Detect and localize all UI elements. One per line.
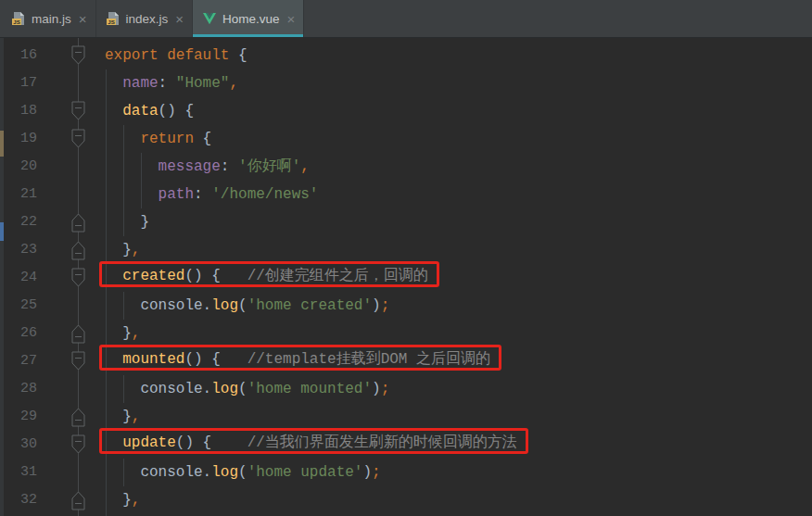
fold-down-icon[interactable] xyxy=(70,128,86,150)
code-segment xyxy=(105,75,122,92)
tab-home-vue[interactable]: Home.vue× xyxy=(193,0,304,37)
red-annotation-box: created() { //创建完组件之后，回调的 xyxy=(99,261,439,287)
line-number: 24 xyxy=(0,264,37,292)
code-text: message: '你好啊', xyxy=(105,158,310,175)
code-segment: , xyxy=(132,325,141,342)
code-segment: return xyxy=(140,131,194,147)
code-line-18[interactable]: 18 data() { xyxy=(0,97,812,125)
code-segment: () { xyxy=(184,351,247,368)
code-text: export default { xyxy=(105,47,247,64)
code-line-30[interactable]: 30 update() { //当我们界面发生刷新的时候回调的方法 xyxy=(0,431,812,459)
code-line-20[interactable]: 20 message: '你好啊', xyxy=(0,153,812,181)
code-line-23[interactable]: 23 }, xyxy=(0,236,812,264)
code-text: console.log('home update'); xyxy=(105,464,381,481)
code-segment xyxy=(105,351,122,368)
code-segment: 'home mounted' xyxy=(247,381,372,397)
code-segment: ( xyxy=(238,381,247,397)
code-line-19[interactable]: 19 return { xyxy=(0,125,812,153)
code-text: update() { //当我们界面发生刷新的时候回调的方法 xyxy=(105,436,528,453)
code-segment: ) xyxy=(372,381,381,397)
code-segment: } xyxy=(105,214,149,231)
code-segment: message xyxy=(159,158,221,175)
code-segment: console. xyxy=(105,381,211,397)
line-number: 26 xyxy=(0,320,37,347)
fold-down-icon[interactable] xyxy=(70,267,86,289)
fold-up-icon[interactable] xyxy=(70,239,86,261)
code-line-25[interactable]: 25 console.log('home created'); xyxy=(0,292,812,320)
fold-down-icon[interactable] xyxy=(70,44,86,67)
tab-close-icon[interactable]: × xyxy=(287,12,296,26)
line-number: 29 xyxy=(0,403,37,431)
code-segment: () { xyxy=(184,268,247,284)
code-text: } xyxy=(105,214,149,231)
code-line-26[interactable]: 26 }, xyxy=(0,320,812,347)
code-line-27[interactable]: 27 mounted() { //template挂载到DOM 之后回调的 xyxy=(0,347,812,375)
svg-text:JS: JS xyxy=(13,19,20,25)
code-segment: ( xyxy=(238,297,247,314)
code-line-17[interactable]: 17 name: "Home", xyxy=(0,69,812,97)
line-number: 25 xyxy=(0,292,37,320)
code-text: }, xyxy=(105,409,140,425)
code-segment: ; xyxy=(381,297,390,314)
code-segment: 'home created' xyxy=(247,297,372,314)
code-segment xyxy=(105,131,140,147)
tab-label: Home.vue xyxy=(222,12,280,26)
tab-main-js[interactable]: JSmain.js× xyxy=(2,0,96,37)
code-segment: //template挂载到DOM 之后回调的 xyxy=(247,351,490,368)
code-segment: 'home update' xyxy=(247,464,363,481)
fold-down-icon[interactable] xyxy=(70,434,86,456)
code-segment: name xyxy=(122,75,158,92)
code-segment: , xyxy=(132,409,141,425)
tab-index-js[interactable]: JSindex.js× xyxy=(96,0,194,37)
line-number: 23 xyxy=(0,236,37,264)
tab-close-icon[interactable]: × xyxy=(175,12,184,26)
fold-up-icon[interactable] xyxy=(70,211,86,233)
code-text: console.log('home created'); xyxy=(105,297,389,314)
code-segment: ; xyxy=(381,381,390,397)
code-segment: created xyxy=(122,268,184,284)
code-segment: { xyxy=(238,47,247,64)
code-segment: , xyxy=(300,158,310,175)
fold-up-icon[interactable] xyxy=(70,489,86,511)
code-segment: ( xyxy=(238,464,247,481)
code-segment: mounted xyxy=(122,351,184,368)
fold-down-icon[interactable] xyxy=(70,350,86,372)
code-segment: console. xyxy=(105,297,211,314)
code-text: name: "Home", xyxy=(105,75,238,92)
code-line-31[interactable]: 31 console.log('home update'); xyxy=(0,459,812,486)
code-text: created() { //创建完组件之后，回调的 xyxy=(105,270,439,286)
line-number: 16 xyxy=(0,42,37,69)
red-annotation-box: mounted() { //template挂载到DOM 之后回调的 xyxy=(99,345,501,371)
tab-close-icon[interactable]: × xyxy=(79,12,87,26)
tab-label: index.js xyxy=(126,12,169,26)
code-segment: : xyxy=(159,75,176,92)
code-text: mounted() { //template挂载到DOM 之后回调的 xyxy=(105,353,501,370)
code-text: data() { xyxy=(105,103,194,120)
code-line-24[interactable]: 24 created() { //创建完组件之后，回调的 xyxy=(0,264,812,292)
code-segment: //创建完组件之后，回调的 xyxy=(247,268,428,284)
fold-up-icon[interactable] xyxy=(70,322,86,345)
code-text: console.log('home mounted'); xyxy=(105,381,389,397)
code-segment xyxy=(105,103,122,120)
code-segment: , xyxy=(229,75,238,92)
fold-up-icon[interactable] xyxy=(70,406,86,428)
code-segment: '你好啊' xyxy=(238,158,300,175)
code-segment xyxy=(105,186,159,203)
code-line-21[interactable]: 21 path: '/home/news' xyxy=(0,181,812,208)
code-segment xyxy=(105,268,122,284)
code-segment: update xyxy=(122,434,176,451)
svg-text:JS: JS xyxy=(108,19,115,25)
code-segment: } xyxy=(105,325,132,342)
line-number: 28 xyxy=(0,375,37,403)
code-text: }, xyxy=(105,242,140,258)
fold-down-icon[interactable] xyxy=(70,100,86,122)
code-line-29[interactable]: 29 }, xyxy=(0,403,812,431)
line-number: 21 xyxy=(0,181,37,208)
line-number: 22 xyxy=(0,208,37,236)
line-number: 18 xyxy=(0,97,37,125)
code-line-28[interactable]: 28 console.log('home mounted'); xyxy=(0,375,812,403)
code-line-22[interactable]: 22 } xyxy=(0,208,812,236)
code-editor[interactable]: 16export default {17 name: "Home",18 dat… xyxy=(0,38,812,516)
code-line-16[interactable]: 16export default { xyxy=(0,42,812,69)
code-line-32[interactable]: 32 }, xyxy=(0,486,812,514)
